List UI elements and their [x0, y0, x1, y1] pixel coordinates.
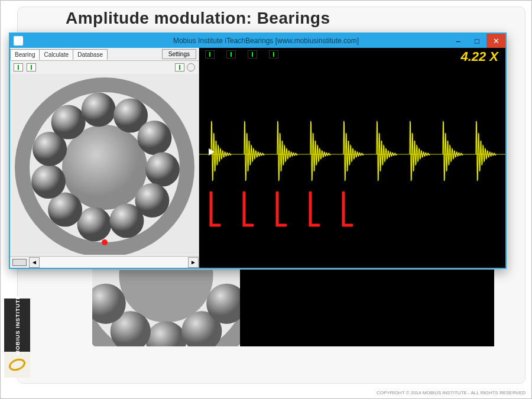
wave-slider-3[interactable]: [248, 50, 257, 59]
app-window: Mobius Institute iTeachBearings [www.mob…: [9, 33, 507, 269]
impulse: [277, 121, 297, 181]
wave-slider-4[interactable]: [269, 50, 278, 59]
bearing-ball: [109, 204, 144, 238]
brand-logo: MOBIUS INSTITUTE: [4, 299, 30, 378]
impulse: [476, 121, 496, 181]
interval-marker: [343, 193, 352, 225]
bearing-ball: [31, 164, 66, 199]
close-button[interactable]: ✕: [486, 34, 505, 48]
mini-slider-1[interactable]: [14, 63, 23, 72]
waveform-panel[interactable]: 4.22 X: [199, 48, 505, 268]
waveform-chart: [199, 48, 505, 257]
titlebar[interactable]: Mobius Institute iTeachBearings [www.mob…: [10, 34, 505, 48]
impulse: [410, 121, 430, 181]
bearing-ball: [51, 105, 86, 140]
wave-slider-2[interactable]: [226, 50, 236, 59]
interval-marker: [244, 193, 252, 225]
brand-logo-top: MOBIUS INSTITUTE: [4, 299, 30, 352]
mini-knob[interactable]: [187, 63, 195, 72]
tab-bearing[interactable]: Bearing: [10, 49, 40, 60]
scroll-track[interactable]: [40, 257, 188, 268]
page-title: Amplitude modulation: Bearings: [66, 9, 330, 28]
app-body: Bearing Calculate Database Settings: [10, 48, 505, 268]
left-scroll-chip[interactable]: [12, 259, 27, 266]
bearing-diagram[interactable]: [10, 74, 199, 255]
impulse: [343, 121, 364, 181]
slide-root: Amplitude modulation: Bearings: [0, 0, 532, 399]
waveform-mini-controls: [199, 48, 505, 61]
left-scrollbar[interactable]: ◄ ►: [10, 256, 199, 268]
svg-point-8: [8, 358, 26, 372]
impulse: [377, 121, 397, 181]
tab-calculate[interactable]: Calculate: [39, 49, 73, 60]
background-bearing-shadow: [92, 270, 240, 346]
bearing-ball: [137, 121, 171, 155]
maximize-button[interactable]: □: [468, 34, 486, 48]
wave-slider-1[interactable]: [205, 50, 215, 59]
impulse: [310, 121, 330, 181]
bearing-ball: [82, 93, 116, 127]
left-mini-controls: [10, 61, 199, 74]
left-panel: Bearing Calculate Database Settings: [10, 48, 199, 268]
scroll-right-arrow[interactable]: ►: [188, 257, 199, 268]
zoom-label: 4.22 X: [460, 49, 498, 64]
defect-marker: [102, 239, 108, 245]
tab-database[interactable]: Database: [73, 49, 108, 60]
scroll-left-arrow[interactable]: ◄: [29, 257, 40, 268]
impulse: [244, 121, 264, 181]
brand-logo-ring: [4, 352, 30, 378]
background-waveform-shadow: [240, 270, 494, 346]
window-title: Mobius Institute iTeachBearings [www.mob…: [27, 37, 505, 45]
tabs-row: Bearing Calculate Database Settings: [10, 48, 199, 61]
copyright-footer: COPYRIGHT © 2014 MOBIUS INSTITUTE - ALL …: [377, 390, 525, 395]
interval-marker: [277, 193, 286, 225]
interval-marker: [310, 193, 319, 225]
interval-marker: [211, 193, 219, 225]
mini-slider-3[interactable]: [175, 63, 184, 72]
minimize-button[interactable]: –: [449, 34, 468, 48]
app-icon: [14, 36, 23, 46]
settings-button[interactable]: Settings: [162, 49, 196, 59]
impulse: [211, 121, 231, 181]
window-buttons: – □ ✕: [449, 34, 505, 48]
bearing-ball: [77, 207, 112, 241]
mini-slider-2[interactable]: [27, 63, 36, 72]
impulse: [443, 121, 463, 181]
bearing-ball: [145, 153, 180, 187]
brand-logo-text: MOBIUS INSTITUTE: [14, 296, 20, 355]
